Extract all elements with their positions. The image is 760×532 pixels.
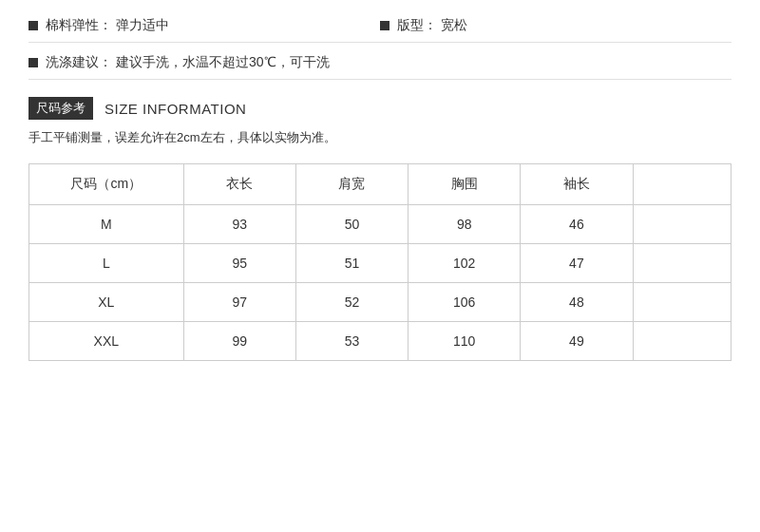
bullet-icon-3 [28,58,38,67]
table-cell-4: 48 [521,283,633,322]
table-cell-0: XL [29,283,184,322]
table-cell-3: 98 [408,205,521,244]
table-cell-3: 106 [408,283,521,322]
table-cell-4: 46 [521,205,633,244]
size-badge: 尺码参考 [28,97,93,120]
table-cell-1: 99 [183,322,295,361]
wash-value: 建议手洗，水温不超过30℃，可干洗 [116,54,330,71]
col-header-length: 衣长 [183,164,295,205]
divider-1 [28,42,732,43]
wash-row: 洗涤建议： 建议手洗，水温不超过30℃，可干洗 [28,47,732,77]
table-cell-5 [633,244,731,283]
table-cell-1: 97 [183,283,295,322]
table-cell-2: 51 [295,244,408,283]
fit-value: 宽松 [441,17,467,34]
col-header-sleeve: 袖长 [521,164,633,205]
table-header-row: 尺码（cm） 衣长 肩宽 胸围 袖长 [29,164,732,205]
table-cell-2: 53 [295,322,408,361]
table-cell-1: 95 [183,244,295,283]
measure-note: 手工平铺测量，误差允许在2cm左右，具体以实物为准。 [28,129,732,146]
table-row: XXL995311049 [29,322,732,361]
divider-2 [28,79,732,80]
table-cell-0: M [29,205,184,244]
elasticity-col: 棉料弹性： 弹力适中 [28,17,380,34]
page-wrapper: 棉料弹性： 弹力适中 版型： 宽松 洗涤建议： 建议手洗，水温不超过30℃，可干… [0,0,760,380]
table-cell-5 [633,205,731,244]
col-header-shoulder: 肩宽 [295,164,408,205]
table-cell-1: 93 [183,205,295,244]
table-cell-3: 110 [408,322,521,361]
col-header-chest: 胸围 [408,164,521,205]
col-header-size: 尺码（cm） [29,164,184,205]
attributes-section: 棉料弹性： 弹力适中 版型： 宽松 洗涤建议： 建议手洗，水温不超过30℃，可干… [28,10,732,80]
table-cell-2: 50 [295,205,408,244]
table-cell-2: 52 [295,283,408,322]
fit-label: 版型： [397,17,437,34]
table-cell-4: 49 [521,322,633,361]
table-cell-0: XXL [29,322,184,361]
table-cell-0: L [29,244,184,283]
wash-label: 洗涤建议： [46,54,112,71]
elasticity-fit-row: 棉料弹性： 弹力适中 版型： 宽松 [28,10,732,40]
fit-col: 版型： 宽松 [380,17,732,34]
elasticity-value: 弹力适中 [116,17,169,34]
bullet-icon-2 [380,21,390,30]
elasticity-label: 棉料弹性： [46,17,112,34]
bullet-icon [28,21,38,30]
table-cell-4: 47 [521,244,633,283]
table-row: L955110247 [29,244,732,283]
table-row: M93509846 [29,205,732,244]
size-section-title: 尺码参考 SIZE INFORMATION [28,97,732,120]
table-cell-3: 102 [408,244,521,283]
table-cell-5 [633,322,731,361]
size-table: 尺码（cm） 衣长 肩宽 胸围 袖长 M93509846L955110247XL… [28,163,732,361]
table-cell-5 [633,283,731,322]
size-title-en: SIZE INFORMATION [104,101,246,117]
col-header-extra [633,164,731,205]
table-row: XL975210648 [29,283,732,322]
